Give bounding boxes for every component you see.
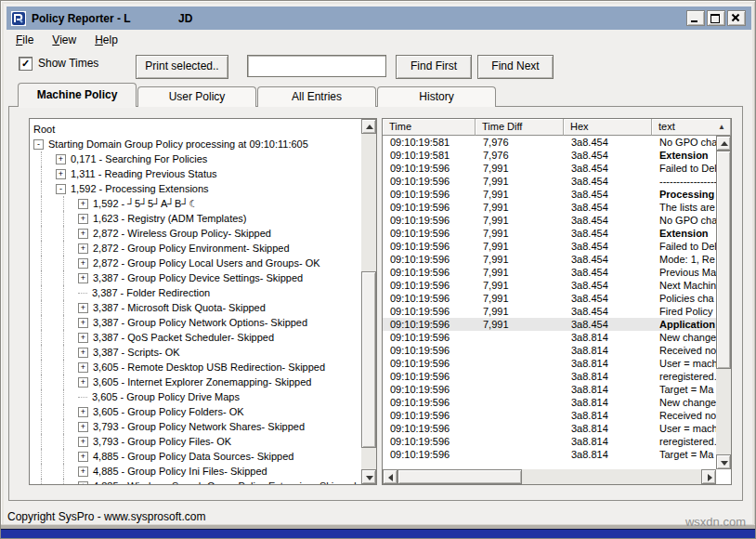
tree-vertical-scrollbar[interactable] (361, 119, 376, 484)
column-header-time-diff[interactable]: Time Diff (476, 119, 564, 136)
log-row[interactable]: 09:10:19:5963a8.814reregistered. (383, 435, 716, 448)
expand-icon[interactable]: + (56, 154, 66, 164)
log-row[interactable]: 09:10:19:5967,9913a8.454----------------… (383, 175, 716, 188)
log-row[interactable]: 09:10:19:5963a8.814New change (383, 331, 716, 344)
expand-icon[interactable]: + (78, 243, 88, 254)
tree-item[interactable]: +3,387 - Group Policy Network Options- S… (30, 315, 361, 330)
scroll-right-button[interactable] (701, 469, 716, 484)
tree-item[interactable]: +3,793 - Group Policy Files- OK (30, 434, 361, 449)
log-row[interactable]: 09:10:19:5967,9913a8.454Mode: 1, Re (383, 253, 716, 266)
expand-icon[interactable]: + (78, 229, 88, 239)
find-next-button[interactable]: Find Next (477, 55, 554, 79)
expand-icon[interactable]: + (78, 333, 88, 343)
log-row[interactable]: 09:10:19:5963a8.814Target = Ma (383, 448, 716, 461)
log-row[interactable]: 09:10:19:5963a8.814User = mach (383, 422, 716, 435)
expand-icon[interactable]: + (78, 258, 88, 269)
tree-item[interactable]: -1,592 - Processing Extensions (30, 181, 361, 196)
tree-item[interactable]: +3,605 - Internet Explorer Zonemapping- … (30, 375, 361, 389)
expand-icon[interactable]: + (56, 169, 66, 179)
log-row[interactable]: 09:10:19:5967,9913a8.454The lists are (383, 201, 716, 214)
scroll-left-button[interactable] (383, 469, 398, 484)
log-row[interactable]: 09:10:19:5817,9763a8.454Extension (383, 149, 716, 162)
log-row[interactable]: 09:10:19:5967,9913a8.454Policies cha (383, 292, 716, 305)
collapse-icon[interactable]: - (56, 184, 66, 194)
expand-icon[interactable]: + (78, 318, 88, 328)
expand-icon[interactable]: + (78, 467, 88, 477)
tree-item[interactable]: +3,605 - Remote Desktop USB Redirection-… (30, 360, 361, 375)
maximize-button[interactable] (707, 10, 725, 26)
log-row[interactable]: 09:10:19:5967,9913a8.454Extension (383, 227, 716, 240)
expand-icon[interactable]: + (78, 348, 88, 358)
tree-item[interactable]: +3,793 - Group Policy Network Shares- Sk… (30, 419, 361, 434)
list-scroll-thumb[interactable] (716, 151, 731, 369)
log-row[interactable]: 09:10:19:5967,9913a8.454Previous Ma (383, 266, 716, 279)
menu-file[interactable]: File (16, 33, 33, 46)
close-button[interactable] (727, 10, 746, 26)
expand-icon[interactable]: + (78, 481, 88, 485)
log-row[interactable]: 09:10:19:5967,9913a8.454Next Machin (383, 279, 716, 292)
scroll-up-button[interactable] (361, 119, 376, 134)
tab-machine-policy[interactable]: Machine Policy (18, 83, 137, 107)
tree-scroll-thumb[interactable] (361, 271, 376, 448)
tree-item[interactable]: +3,387 - Group Policy Device Settings- S… (30, 270, 361, 285)
search-input[interactable] (247, 55, 386, 77)
expand-icon[interactable]: + (78, 214, 88, 224)
collapse-icon[interactable]: - (33, 139, 44, 150)
tree-item[interactable]: +1,592 - ┘5┘5┘A┘B┘☾ (30, 196, 361, 211)
scroll-down-button[interactable] (716, 454, 731, 469)
expand-icon[interactable]: + (78, 303, 88, 313)
print-selected-button[interactable]: Print selected.. (136, 55, 228, 79)
tree-item[interactable]: +1,311 - Reading Previous Status (30, 166, 361, 181)
log-row[interactable]: 09:10:19:5963a8.814Received no (383, 344, 716, 357)
expand-icon[interactable]: + (78, 377, 88, 388)
expand-icon[interactable]: + (78, 273, 88, 283)
tab-user-policy[interactable]: User Policy (137, 86, 256, 107)
expand-icon[interactable]: + (78, 199, 88, 209)
tree-item[interactable]: Root (30, 122, 361, 137)
expand-icon[interactable]: + (78, 452, 88, 462)
log-row[interactable]: 09:10:19:5967,9913a8.454Processing (383, 188, 716, 201)
scroll-up-button[interactable] (716, 136, 731, 151)
tree-item[interactable]: +2,872 - Wireless Group Policy- Skipped (30, 226, 361, 241)
tree-item[interactable]: -Starting Domain Group Policy processing… (30, 137, 361, 151)
list-hscroll-thumb[interactable] (398, 469, 522, 484)
log-row[interactable]: 09:10:19:5963a8.814Received no (383, 409, 716, 422)
log-row[interactable]: 09:10:19:5817,9763a8.454No GPO cha (383, 136, 716, 149)
tree-item[interactable]: 3,605 - Group Policy Drive Maps (30, 389, 361, 404)
tree-item[interactable]: +0,171 - Searching For Policies (30, 151, 361, 166)
tree-item[interactable]: +3,387 - Microsoft Disk Quota- Skipped (30, 300, 361, 315)
expand-icon[interactable]: + (78, 407, 88, 417)
log-row[interactable]: 09:10:19:5963a8.814User = mach (383, 357, 716, 370)
log-row[interactable]: 09:10:19:5967,9913a8.454Failed to Del (383, 240, 716, 253)
tree-item[interactable]: +2,872 - Group Policy Local Users and Gr… (30, 256, 361, 270)
minimize-button[interactable] (686, 10, 705, 26)
column-header-hex[interactable]: Hex (564, 119, 652, 136)
tree-item[interactable]: +3,605 - Group Policy Folders- OK (30, 404, 361, 419)
tree-item[interactable]: 3,387 - Folder Redirection (30, 285, 361, 300)
show-times-checkbox[interactable]: ✓ (19, 57, 33, 71)
scroll-down-button[interactable] (361, 469, 376, 484)
list-vertical-scrollbar[interactable] (716, 136, 731, 469)
find-first-button[interactable]: Find First (396, 55, 472, 79)
titlebar[interactable]: Policy Reporter - L JD (7, 7, 751, 30)
log-row[interactable]: 09:10:19:5967,9913a8.454Failed to Del (383, 162, 716, 175)
column-header-text[interactable]: text▲ (652, 119, 731, 136)
tree-item[interactable]: +3,387 - QoS Packet Scheduler- Skipped (30, 330, 361, 345)
list-horizontal-scrollbar[interactable] (383, 469, 716, 484)
menu-view[interactable]: View (52, 33, 76, 46)
tree-item[interactable]: +4,885 - Group Policy Data Sources- Skip… (30, 449, 361, 464)
expand-icon[interactable]: + (78, 422, 88, 432)
log-row[interactable]: 09:10:19:5963a8.814reregistered. (383, 370, 716, 383)
tab-history[interactable]: History (377, 86, 496, 107)
tree-item[interactable]: +1,623 - Registry (ADM Templates) (30, 211, 361, 226)
tree-item[interactable]: +4,885 - Group Policy Ini Files- Skipped (30, 464, 361, 479)
tab-all-entries[interactable]: All Entries (257, 86, 376, 107)
log-row[interactable]: 09:10:19:5967,9913a8.454No GPO cha (383, 214, 716, 227)
log-row[interactable]: 09:10:19:5967,9913a8.454Fired Policy (383, 305, 716, 318)
log-row[interactable]: 09:10:19:5963a8.814New change (383, 396, 716, 409)
tree-item[interactable]: +2,872 - Group Policy Environment- Skipp… (30, 241, 361, 256)
log-row[interactable]: 09:10:19:5963a8.814Target = Ma (383, 383, 716, 396)
expand-icon[interactable]: + (78, 362, 88, 373)
expand-icon[interactable]: + (78, 437, 88, 447)
menu-help[interactable]: Help (95, 33, 118, 46)
